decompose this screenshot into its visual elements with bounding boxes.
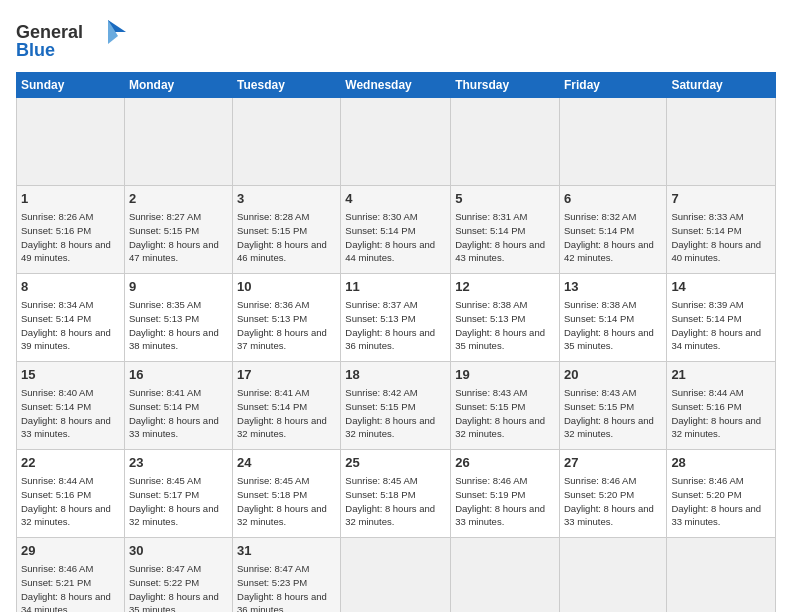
calendar-cell <box>124 98 232 186</box>
day-number: 2 <box>129 190 228 208</box>
svg-text:Blue: Blue <box>16 40 55 60</box>
calendar-cell: 16Sunrise: 8:41 AMSunset: 5:14 PMDayligh… <box>124 362 232 450</box>
day-info: Sunrise: 8:45 AMSunset: 5:18 PMDaylight:… <box>237 474 336 529</box>
calendar-cell: 29Sunrise: 8:46 AMSunset: 5:21 PMDayligh… <box>17 538 125 613</box>
calendar-cell: 21Sunrise: 8:44 AMSunset: 5:16 PMDayligh… <box>667 362 776 450</box>
day-number: 10 <box>237 278 336 296</box>
day-number: 21 <box>671 366 771 384</box>
day-info: Sunrise: 8:44 AMSunset: 5:16 PMDaylight:… <box>21 474 120 529</box>
logo-text: General Blue <box>16 16 126 64</box>
calendar-cell: 3Sunrise: 8:28 AMSunset: 5:15 PMDaylight… <box>233 186 341 274</box>
day-number: 26 <box>455 454 555 472</box>
calendar-container: General Blue SundayMondayTuesdayWednesda… <box>0 0 792 612</box>
calendar-cell <box>667 98 776 186</box>
day-number: 28 <box>671 454 771 472</box>
day-number: 3 <box>237 190 336 208</box>
calendar-cell <box>341 98 451 186</box>
calendar-cell: 10Sunrise: 8:36 AMSunset: 5:13 PMDayligh… <box>233 274 341 362</box>
day-number: 11 <box>345 278 446 296</box>
weekday-header-wednesday: Wednesday <box>341 73 451 98</box>
day-info: Sunrise: 8:44 AMSunset: 5:16 PMDaylight:… <box>671 386 771 441</box>
day-number: 17 <box>237 366 336 384</box>
calendar-cell: 20Sunrise: 8:43 AMSunset: 5:15 PMDayligh… <box>559 362 666 450</box>
weekday-header-saturday: Saturday <box>667 73 776 98</box>
day-number: 16 <box>129 366 228 384</box>
calendar-cell: 22Sunrise: 8:44 AMSunset: 5:16 PMDayligh… <box>17 450 125 538</box>
day-number: 31 <box>237 542 336 560</box>
day-info: Sunrise: 8:38 AMSunset: 5:13 PMDaylight:… <box>455 298 555 353</box>
calendar-table: SundayMondayTuesdayWednesdayThursdayFrid… <box>16 72 776 612</box>
calendar-cell: 30Sunrise: 8:47 AMSunset: 5:22 PMDayligh… <box>124 538 232 613</box>
calendar-header-row: SundayMondayTuesdayWednesdayThursdayFrid… <box>17 73 776 98</box>
week-row-3: 15Sunrise: 8:40 AMSunset: 5:14 PMDayligh… <box>17 362 776 450</box>
day-number: 25 <box>345 454 446 472</box>
calendar-cell <box>559 538 666 613</box>
calendar-cell: 1Sunrise: 8:26 AMSunset: 5:16 PMDaylight… <box>17 186 125 274</box>
day-number: 14 <box>671 278 771 296</box>
day-number: 18 <box>345 366 446 384</box>
day-info: Sunrise: 8:34 AMSunset: 5:14 PMDaylight:… <box>21 298 120 353</box>
day-info: Sunrise: 8:26 AMSunset: 5:16 PMDaylight:… <box>21 210 120 265</box>
calendar-cell: 2Sunrise: 8:27 AMSunset: 5:15 PMDaylight… <box>124 186 232 274</box>
week-row-1: 1Sunrise: 8:26 AMSunset: 5:16 PMDaylight… <box>17 186 776 274</box>
day-info: Sunrise: 8:41 AMSunset: 5:14 PMDaylight:… <box>237 386 336 441</box>
calendar-cell: 6Sunrise: 8:32 AMSunset: 5:14 PMDaylight… <box>559 186 666 274</box>
day-number: 8 <box>21 278 120 296</box>
calendar-cell: 12Sunrise: 8:38 AMSunset: 5:13 PMDayligh… <box>451 274 560 362</box>
weekday-header-sunday: Sunday <box>17 73 125 98</box>
day-number: 7 <box>671 190 771 208</box>
day-info: Sunrise: 8:47 AMSunset: 5:22 PMDaylight:… <box>129 562 228 612</box>
svg-text:General: General <box>16 22 83 42</box>
calendar-cell: 7Sunrise: 8:33 AMSunset: 5:14 PMDaylight… <box>667 186 776 274</box>
day-info: Sunrise: 8:39 AMSunset: 5:14 PMDaylight:… <box>671 298 771 353</box>
week-row-0 <box>17 98 776 186</box>
calendar-cell: 11Sunrise: 8:37 AMSunset: 5:13 PMDayligh… <box>341 274 451 362</box>
calendar-cell: 18Sunrise: 8:42 AMSunset: 5:15 PMDayligh… <box>341 362 451 450</box>
calendar-cell: 31Sunrise: 8:47 AMSunset: 5:23 PMDayligh… <box>233 538 341 613</box>
day-info: Sunrise: 8:46 AMSunset: 5:20 PMDaylight:… <box>671 474 771 529</box>
day-number: 20 <box>564 366 662 384</box>
day-info: Sunrise: 8:35 AMSunset: 5:13 PMDaylight:… <box>129 298 228 353</box>
week-row-2: 8Sunrise: 8:34 AMSunset: 5:14 PMDaylight… <box>17 274 776 362</box>
day-number: 13 <box>564 278 662 296</box>
day-info: Sunrise: 8:41 AMSunset: 5:14 PMDaylight:… <box>129 386 228 441</box>
day-info: Sunrise: 8:46 AMSunset: 5:21 PMDaylight:… <box>21 562 120 612</box>
day-number: 27 <box>564 454 662 472</box>
calendar-cell: 27Sunrise: 8:46 AMSunset: 5:20 PMDayligh… <box>559 450 666 538</box>
day-info: Sunrise: 8:45 AMSunset: 5:18 PMDaylight:… <box>345 474 446 529</box>
day-info: Sunrise: 8:36 AMSunset: 5:13 PMDaylight:… <box>237 298 336 353</box>
day-info: Sunrise: 8:40 AMSunset: 5:14 PMDaylight:… <box>21 386 120 441</box>
day-info: Sunrise: 8:33 AMSunset: 5:14 PMDaylight:… <box>671 210 771 265</box>
day-info: Sunrise: 8:28 AMSunset: 5:15 PMDaylight:… <box>237 210 336 265</box>
calendar-cell: 19Sunrise: 8:43 AMSunset: 5:15 PMDayligh… <box>451 362 560 450</box>
day-number: 9 <box>129 278 228 296</box>
calendar-cell <box>667 538 776 613</box>
day-number: 30 <box>129 542 228 560</box>
calendar-cell: 25Sunrise: 8:45 AMSunset: 5:18 PMDayligh… <box>341 450 451 538</box>
weekday-header-tuesday: Tuesday <box>233 73 341 98</box>
weekday-header-friday: Friday <box>559 73 666 98</box>
header: General Blue <box>16 16 776 64</box>
day-number: 6 <box>564 190 662 208</box>
calendar-cell: 24Sunrise: 8:45 AMSunset: 5:18 PMDayligh… <box>233 450 341 538</box>
day-info: Sunrise: 8:46 AMSunset: 5:19 PMDaylight:… <box>455 474 555 529</box>
calendar-cell: 13Sunrise: 8:38 AMSunset: 5:14 PMDayligh… <box>559 274 666 362</box>
day-info: Sunrise: 8:27 AMSunset: 5:15 PMDaylight:… <box>129 210 228 265</box>
calendar-cell: 28Sunrise: 8:46 AMSunset: 5:20 PMDayligh… <box>667 450 776 538</box>
calendar-cell <box>341 538 451 613</box>
calendar-cell: 26Sunrise: 8:46 AMSunset: 5:19 PMDayligh… <box>451 450 560 538</box>
day-info: Sunrise: 8:42 AMSunset: 5:15 PMDaylight:… <box>345 386 446 441</box>
day-number: 5 <box>455 190 555 208</box>
calendar-cell <box>451 538 560 613</box>
calendar-cell <box>559 98 666 186</box>
day-info: Sunrise: 8:47 AMSunset: 5:23 PMDaylight:… <box>237 562 336 612</box>
day-number: 22 <box>21 454 120 472</box>
calendar-cell: 17Sunrise: 8:41 AMSunset: 5:14 PMDayligh… <box>233 362 341 450</box>
logo: General Blue <box>16 16 126 64</box>
weekday-header-thursday: Thursday <box>451 73 560 98</box>
calendar-cell: 15Sunrise: 8:40 AMSunset: 5:14 PMDayligh… <box>17 362 125 450</box>
day-number: 15 <box>21 366 120 384</box>
calendar-cell: 8Sunrise: 8:34 AMSunset: 5:14 PMDaylight… <box>17 274 125 362</box>
day-info: Sunrise: 8:37 AMSunset: 5:13 PMDaylight:… <box>345 298 446 353</box>
day-info: Sunrise: 8:38 AMSunset: 5:14 PMDaylight:… <box>564 298 662 353</box>
